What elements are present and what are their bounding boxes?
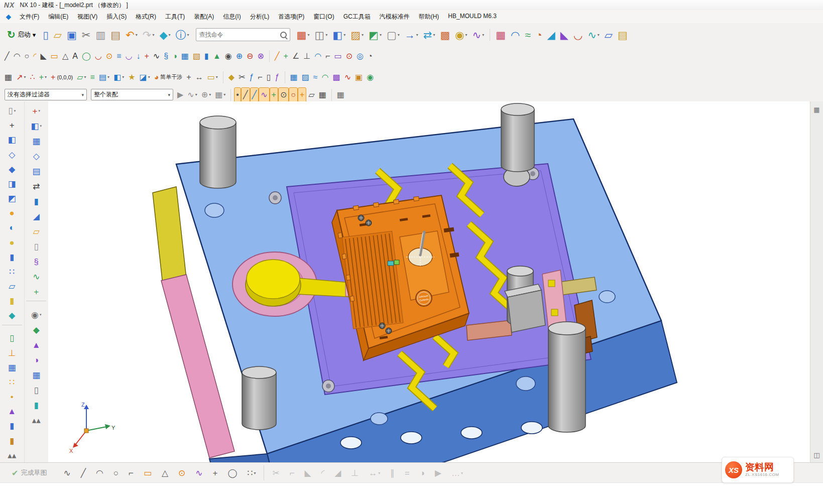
- gold-balls-icon[interactable]: •: [1, 390, 24, 404]
- menu-help[interactable]: 帮助(H): [414, 11, 444, 23]
- viewport-3d[interactable]: Johnson Controls: [48, 101, 810, 463]
- mirror-curve-icon[interactable]: ◑: [170, 49, 179, 64]
- copy-icon[interactable]: ▥: [93, 25, 108, 45]
- helix-icon[interactable]: §: [162, 49, 170, 64]
- curve-corner-icon[interactable]: ⌐: [323, 49, 332, 64]
- snapshot-icon[interactable]: ▨▾: [348, 25, 366, 45]
- bolt-circle-icon[interactable]: ◎: [355, 49, 366, 64]
- mirror-body-icon[interactable]: ◑: [25, 352, 48, 367]
- menu-edit[interactable]: 编辑(E): [44, 11, 73, 23]
- flip-display-icon[interactable]: ◐: [1, 220, 24, 235]
- datum-grid-icon[interactable]: ▦: [493, 25, 508, 45]
- pattern-curve-icon[interactable]: ∷▾: [246, 464, 258, 481]
- sweep-tool-icon[interactable]: ƒ: [248, 70, 256, 85]
- solid-box-icon[interactable]: ◆: [1, 162, 24, 177]
- datum-axis-icon[interactable]: +: [282, 49, 290, 64]
- move-face-icon[interactable]: ◧▾: [25, 118, 48, 134]
- grid-snap-icon[interactable]: +: [184, 70, 193, 85]
- wireframe-box-icon[interactable]: ◇: [1, 148, 24, 162]
- selection-filter-dropdown[interactable]: 没有选择过滤器 ▾: [5, 89, 87, 100]
- measure-ruler-icon[interactable]: ▭▾: [205, 70, 220, 85]
- start-button[interactable]: ↻ 启动 ▾: [3, 26, 40, 43]
- text-icon[interactable]: A: [70, 49, 80, 64]
- sync-views-icon[interactable]: ⇄▾: [421, 25, 438, 45]
- face-analysis-icon[interactable]: ◔: [533, 25, 545, 45]
- menu-view[interactable]: 视图(V): [73, 11, 102, 23]
- trim-tool-icon[interactable]: ✂: [237, 70, 247, 85]
- table-icon[interactable]: ▤: [25, 164, 48, 179]
- spline-tool-icon[interactable]: ƒ: [273, 70, 282, 85]
- raster-image-icon[interactable]: ▣: [353, 70, 365, 85]
- gold-key-icon[interactable]: ★: [126, 70, 137, 85]
- sketch-curve-icon[interactable]: ∿: [25, 269, 48, 284]
- frame-icon[interactable]: ▭: [332, 49, 344, 64]
- corner-icon[interactable]: ⌐: [127, 464, 136, 481]
- datum-csys-icon[interactable]: +: [25, 284, 48, 299]
- new-file-icon[interactable]: ▯: [40, 25, 51, 45]
- angle-icon[interactable]: ∠: [290, 49, 301, 64]
- point-set-icon[interactable]: ∴: [28, 70, 37, 85]
- gear-assembly-icon[interactable]: ◉▾: [25, 307, 48, 322]
- finish-sketch-button[interactable]: ✔ 完成草图: [7, 465, 51, 480]
- dimension-lines-icon[interactable]: ↔: [193, 70, 205, 85]
- flip-arrows-icon[interactable]: ⇄: [25, 179, 48, 194]
- open-icon[interactable]: ▱: [51, 25, 64, 45]
- snap-center-icon[interactable]: ⊙: [278, 87, 289, 102]
- polygon-icon[interactable]: △: [60, 49, 70, 64]
- face-edges-icon[interactable]: ◨: [1, 177, 24, 191]
- mold-tool-icon[interactable]: ◆: [25, 322, 48, 337]
- menu-automold-standard[interactable]: 汽模标准件: [375, 11, 414, 23]
- swept-icon[interactable]: ◠: [320, 70, 331, 85]
- conic-icon[interactable]: ◡: [93, 49, 104, 64]
- datum-plane-icon[interactable]: ▱▾: [75, 70, 88, 85]
- ellipse-sketch-icon[interactable]: ◯: [226, 464, 240, 481]
- chamfer-sketch-icon[interactable]: ◢: [332, 464, 343, 481]
- redo-icon[interactable]: ↷▾: [140, 25, 157, 45]
- draft-face-icon[interactable]: ◢: [25, 209, 48, 224]
- display-mode-icon[interactable]: ◫▾: [312, 25, 330, 45]
- battery-icon[interactable]: ▯: [1, 331, 24, 345]
- mirror-sketch-icon[interactable]: ◑: [418, 464, 427, 481]
- part-navigator-icon[interactable]: ▦: [3, 70, 14, 85]
- general-select-icon[interactable]: ▶: [175, 87, 185, 102]
- circle-center-icon[interactable]: ⊙: [344, 49, 355, 64]
- intersect-icon[interactable]: ⊗: [256, 49, 266, 64]
- equal-constraint-icon[interactable]: =: [403, 464, 412, 481]
- draft-analysis-icon[interactable]: ◢: [545, 25, 558, 45]
- note-icon[interactable]: ▯: [265, 70, 273, 85]
- swept-surface-icon[interactable]: ◠: [508, 25, 522, 45]
- save-icon[interactable]: ▣: [64, 25, 79, 45]
- tangent-curve-icon[interactable]: ◠: [312, 49, 323, 64]
- snap-knot-icon[interactable]: ∿: [259, 87, 269, 102]
- dimension-icon[interactable]: ↔▾: [367, 464, 382, 481]
- render-sphere-icon[interactable]: ●: [1, 206, 24, 220]
- snap-grid-icon[interactable]: ▦: [317, 87, 328, 102]
- rectangle-icon[interactable]: ▭: [49, 49, 60, 64]
- profile-icon[interactable]: ∿: [61, 464, 72, 481]
- ejector-plate-yellow[interactable]: [153, 187, 186, 284]
- highlight-select-icon[interactable]: ▦▾: [213, 87, 227, 102]
- solid-face-icon[interactable]: ◧▾: [111, 70, 126, 85]
- deform-surface-icon[interactable]: ∿: [342, 70, 353, 85]
- spline-sketch-icon[interactable]: ∿: [193, 464, 204, 481]
- true-shading-icon[interactable]: ●: [1, 235, 24, 250]
- n-sided-surface-icon[interactable]: ▩: [331, 70, 342, 85]
- selection-scope-dropdown[interactable]: 整个装配 ▾: [91, 89, 173, 100]
- menu-information[interactable]: 信息(I): [218, 11, 245, 23]
- sheet-bend-icon[interactable]: ▱: [1, 279, 24, 294]
- column-icon[interactable]: ▮: [1, 419, 24, 433]
- fit-view-icon[interactable]: ◩▾: [366, 25, 384, 45]
- clip-section-icon[interactable]: ◪▾: [138, 70, 152, 85]
- flow-analysis-icon[interactable]: ≈: [522, 25, 533, 45]
- assembly-cubes-icon[interactable]: ▦: [1, 360, 24, 375]
- simple-interference-button[interactable]: ◕简单干涉: [152, 70, 185, 85]
- display-part-icon[interactable]: ▯▾: [1, 103, 24, 118]
- point-icon[interactable]: ⊙: [104, 49, 114, 64]
- orient-view-icon[interactable]: ◩: [1, 191, 24, 206]
- rectangle-sketch-icon[interactable]: ▭: [142, 464, 154, 481]
- extrude-icon[interactable]: ▮: [202, 49, 211, 64]
- offset-curve-icon[interactable]: ≡: [114, 49, 123, 64]
- layout-grip-icon[interactable]: ◫: [812, 449, 820, 461]
- polygon-sketch-icon[interactable]: △: [160, 464, 170, 481]
- multi-select-grid-icon[interactable]: ▦: [335, 87, 346, 102]
